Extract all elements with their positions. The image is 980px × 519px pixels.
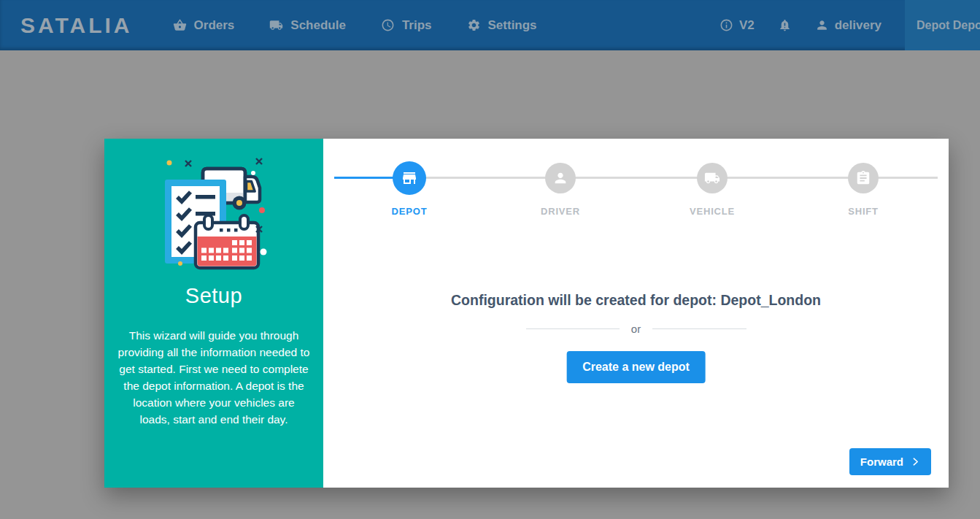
depot-selector[interactable]: Depot Depot (905, 0, 980, 50)
alert-bell-icon (778, 18, 792, 32)
user-menu[interactable]: delivery (815, 18, 881, 33)
truck-icon (269, 18, 283, 32)
basket-icon (173, 18, 187, 32)
nav-item-settings[interactable]: Settings (467, 18, 537, 33)
step-driver[interactable] (545, 163, 576, 193)
notifications-button[interactable] (778, 18, 792, 32)
nav-label-trips: Trips (402, 18, 432, 33)
person-icon (815, 18, 829, 32)
step-label-vehicle: VEHICLE (661, 206, 763, 217)
divider-line (652, 328, 746, 329)
nav-item-schedule[interactable]: Schedule (269, 18, 346, 33)
person-icon (552, 170, 568, 186)
user-label: delivery (835, 18, 881, 33)
wizard-content: DEPOT DRIVER VEHICLE SHIFT Configuration… (323, 139, 949, 488)
clock-icon (381, 18, 395, 32)
top-navbar: SATALIA Orders Schedule Trips Settings V… (0, 0, 980, 50)
checklist-truck-calendar-illustration (159, 157, 269, 274)
nav-item-orders[interactable]: Orders (173, 18, 235, 33)
truck-icon (704, 170, 720, 186)
wizard-description: This wizard will guide you through provi… (117, 327, 311, 428)
step-shift[interactable] (848, 163, 879, 193)
version-indicator[interactable]: V2 (719, 18, 755, 33)
setup-wizard-modal: Setup This wizard will guide you through… (104, 139, 949, 488)
clipboard-icon (855, 170, 871, 186)
navbar-right: V2 delivery Depot Depot (719, 0, 980, 50)
step-label-shift: SHIFT (812, 206, 914, 217)
or-label: or (631, 323, 641, 335)
wizard-title: Setup (104, 284, 323, 308)
nav-label-orders: Orders (194, 18, 235, 33)
nav-item-trips[interactable]: Trips (381, 18, 432, 33)
create-depot-button[interactable]: Create a new depot (566, 351, 706, 383)
nav-label-schedule: Schedule (290, 18, 346, 33)
step-label-driver: DRIVER (509, 206, 611, 217)
gear-icon (467, 18, 481, 32)
satalia-logo[interactable]: SATALIA (20, 13, 133, 38)
depot-selector-label: Depot Depot (917, 19, 980, 32)
main-nav: Orders Schedule Trips Settings (173, 18, 537, 33)
step-vehicle[interactable] (697, 163, 728, 193)
config-heading: Configuration will be created for depot:… (323, 292, 949, 309)
divider-line (526, 328, 620, 329)
storefront-icon (401, 169, 418, 187)
version-label: V2 (739, 18, 755, 33)
or-divider: or (526, 323, 746, 335)
info-icon (719, 18, 733, 32)
step-label-depot: DEPOT (358, 206, 460, 217)
chevron-right-icon (911, 457, 920, 466)
nav-label-settings: Settings (488, 18, 537, 33)
step-depot[interactable] (393, 161, 426, 195)
forward-button-label: Forward (860, 455, 903, 468)
wizard-sidebar: Setup This wizard will guide you through… (104, 139, 323, 488)
forward-button[interactable]: Forward (849, 448, 931, 475)
